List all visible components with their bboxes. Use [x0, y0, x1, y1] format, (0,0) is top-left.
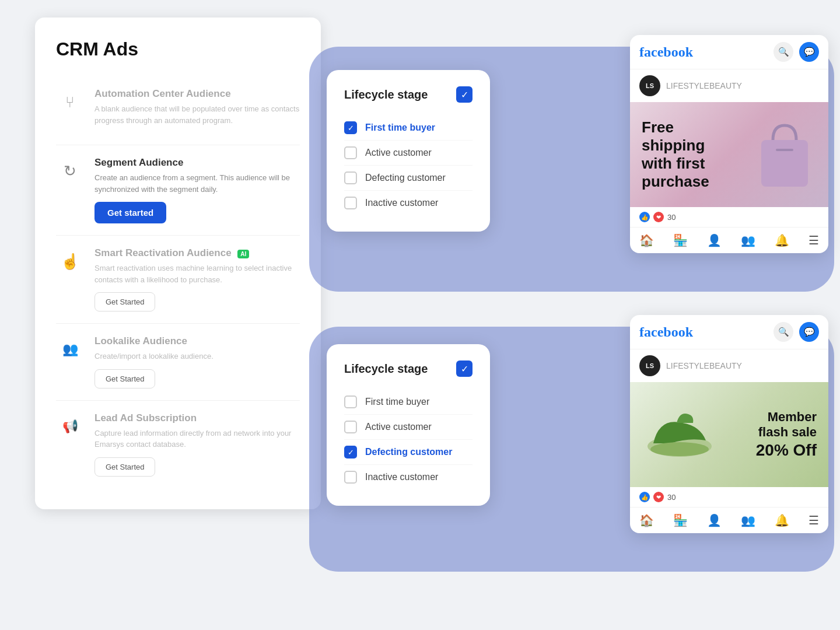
app-title: CRM Ads — [56, 38, 300, 60]
fb-brand-row-top: LS LIFESTYLEBEAUTY — [630, 69, 828, 102]
brand-logo-top: LS — [639, 75, 660, 96]
lifecycle-title-top: Lifecycle stage — [344, 88, 428, 102]
audience-desc: Create/import a lookalike audience. — [94, 351, 300, 362]
audience-name: Smart Reactivation Audience AI — [94, 247, 300, 259]
fb-nav-profile[interactable]: 👤 — [707, 233, 722, 247]
sync-icon: ↻ — [56, 157, 84, 185]
fb-header-top: facebook 🔍 💬 — [630, 35, 828, 69]
fb-nav-bell-2[interactable]: 🔔 — [775, 513, 789, 527]
fb-logo-top: facebook — [639, 44, 693, 60]
reaction-count: 30 — [667, 213, 676, 222]
audience-item-smart: ☝ Smart Reactivation Audience AI Smart r… — [56, 236, 300, 324]
get-started-button-lookalike[interactable]: Get Started — [94, 369, 155, 388]
fb-card-top: facebook 🔍 💬 LS LIFESTYLEBEAUTY Freeship… — [630, 35, 828, 253]
audience-item-automation: ⑂ Automation Center Audience A blank aud… — [56, 76, 300, 145]
fb-nav-profile-2[interactable]: 👤 — [707, 513, 722, 527]
fb-nav-top: 🏠 🏪 👤 👥 🔔 ☰ — [630, 228, 828, 253]
fb-messenger-icon[interactable]: 💬 — [799, 42, 819, 62]
fb-nav-store-2[interactable]: 🏪 — [673, 513, 688, 527]
fb-image-bottom: Memberflash sale20% Off — [630, 382, 828, 487]
audience-name: Segment Audience — [94, 157, 300, 169]
lifecycle-card-bottom: Lifecycle stage ✓ First time buyer Activ… — [327, 344, 490, 506]
fb-nav-home[interactable]: 🏠 — [639, 233, 654, 247]
fb-nav-home-2[interactable]: 🏠 — [639, 513, 654, 527]
bag-illustration — [752, 117, 817, 192]
brand-name-bottom: LIFESTYLEBEAUTY — [666, 361, 742, 370]
fb-card-bottom: facebook 🔍 💬 LS LIFESTYLEBEAUTY Memberfl… — [630, 315, 828, 533]
touch-icon: ☝ — [56, 247, 84, 275]
option-label-ic: Inactive customer — [365, 198, 438, 208]
lifecycle-option-ftb2[interactable]: First time buyer — [344, 390, 473, 415]
branch-icon: ⑂ — [56, 88, 84, 116]
lifecycle-title-bottom: Lifecycle stage — [344, 362, 428, 376]
lifecycle-header-bottom: Lifecycle stage ✓ — [344, 360, 473, 377]
heart-reaction: ❤ — [653, 212, 664, 222]
audience-desc: A blank audience that will be populated … — [94, 103, 300, 126]
checkbox-ftb2[interactable] — [344, 396, 357, 408]
audience-desc: Smart reactivation uses machine learning… — [94, 262, 300, 285]
heart-reaction-2: ❤ — [653, 492, 664, 502]
brand-name-top: LIFESTYLEBEAUTY — [666, 81, 742, 90]
audience-item-lookalike: 👥 Lookalike Audience Create/import a loo… — [56, 324, 300, 401]
lifecycle-option-ic[interactable]: Inactive customer — [344, 191, 473, 215]
like-reaction: 👍 — [639, 212, 650, 222]
shoe-illustration — [642, 405, 718, 464]
fb-brand-row-bottom: LS LIFESTYLEBEAUTY — [630, 349, 828, 382]
fb-nav-bottom: 🏠 🏪 👤 👥 🔔 ☰ — [630, 508, 828, 533]
lifecycle-checked-icon-bottom: ✓ — [456, 360, 473, 377]
lifecycle-option-dc2[interactable]: ✓ Defecting customer — [344, 440, 473, 465]
fb-reactions-top: 👍 ❤ 30 — [630, 207, 828, 228]
checkbox-ic2[interactable] — [344, 471, 357, 484]
option-label-dc2: Defecting customer — [365, 447, 452, 457]
fb-search-icon[interactable]: 🔍 — [774, 42, 793, 62]
lifecycle-option-dc[interactable]: Defecting customer — [344, 166, 473, 191]
fb-logo-bottom: facebook — [639, 324, 693, 340]
svg-point-3 — [650, 442, 709, 456]
fb-ad-text-top: Freeshippingwith firstpurchase — [642, 118, 709, 191]
brand-logo-bottom: LS — [639, 355, 660, 376]
fb-ad-text-bottom: Memberflash sale20% Off — [756, 410, 817, 460]
fb-header-icons-bottom: 🔍 💬 — [774, 322, 819, 342]
reaction-count-2: 30 — [667, 493, 676, 502]
megaphone-icon: 📢 — [56, 412, 84, 440]
option-label-dc: Defecting customer — [365, 173, 446, 183]
fb-nav-store[interactable]: 🏪 — [673, 233, 688, 247]
fb-nav-friends[interactable]: 👥 — [741, 233, 755, 247]
audience-name: Automation Center Audience — [94, 88, 300, 100]
option-label-ic2: Inactive customer — [365, 472, 438, 482]
fb-nav-bell[interactable]: 🔔 — [775, 233, 789, 247]
get-started-button-smart[interactable]: Get Started — [94, 292, 155, 312]
fb-nav-menu[interactable]: ☰ — [808, 233, 819, 247]
lifecycle-header-top: Lifecycle stage ✓ — [344, 86, 473, 103]
get-started-button-segment[interactable]: Get started — [94, 202, 166, 223]
audience-name: Lookalike Audience — [94, 335, 300, 347]
option-label-ac: Active customer — [365, 148, 432, 158]
checkbox-dc[interactable] — [344, 172, 357, 184]
people-icon: 👥 — [56, 335, 84, 363]
lifecycle-checked-icon-top: ✓ — [456, 86, 473, 103]
lifecycle-option-ac2[interactable]: Active customer — [344, 415, 473, 440]
lifecycle-option-ftb[interactable]: ✓ First time buyer — [344, 116, 473, 141]
lifecycle-option-ac[interactable]: Active customer — [344, 141, 473, 166]
svg-rect-1 — [776, 149, 793, 151]
checkbox-ftb[interactable]: ✓ — [344, 121, 357, 134]
checkbox-dc2[interactable]: ✓ — [344, 446, 357, 459]
get-started-button-lead[interactable]: Get Started — [94, 457, 155, 477]
option-label-ac2: Active customer — [365, 422, 432, 432]
option-label-ftb2: First time buyer — [365, 397, 429, 407]
connector-area: Lifecycle stage ✓ ✓ First time buyer Act… — [292, 0, 840, 630]
fb-reactions-bottom: 👍 ❤ 30 — [630, 487, 828, 508]
fb-messenger-icon-2[interactable]: 💬 — [799, 322, 819, 342]
checkbox-ac[interactable] — [344, 146, 357, 159]
fb-nav-friends-2[interactable]: 👥 — [741, 513, 755, 527]
option-label-ftb: First time buyer — [365, 123, 435, 133]
fb-nav-menu-2[interactable]: ☰ — [808, 513, 819, 527]
svg-rect-0 — [761, 140, 808, 187]
checkbox-ac2[interactable] — [344, 421, 357, 433]
checkbox-ic[interactable] — [344, 197, 357, 209]
audience-item-segment: ↻ Segment Audience Create an audience fr… — [56, 145, 300, 236]
fb-search-icon-2[interactable]: 🔍 — [774, 322, 793, 342]
lifecycle-option-ic2[interactable]: Inactive customer — [344, 465, 473, 489]
fb-image-top: Freeshippingwith firstpurchase — [630, 102, 828, 207]
audience-item-lead: 📢 Lead Ad Subscription Capture lead info… — [56, 401, 300, 488]
